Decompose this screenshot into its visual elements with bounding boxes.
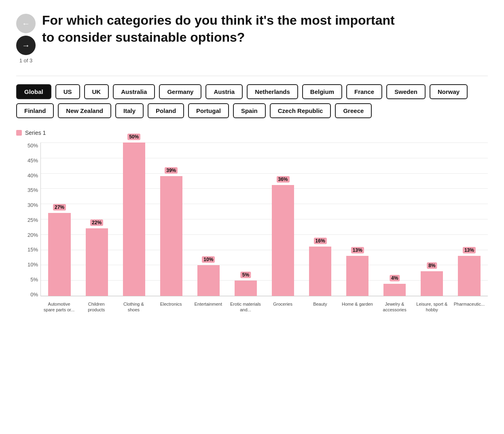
- bar-group: 8%: [413, 143, 451, 296]
- bar-group: 39%: [152, 143, 190, 296]
- filter-buttons: GlobalUSUKAustraliaGermanyAustriaNetherl…: [16, 76, 488, 118]
- legend-color-dot: [16, 130, 22, 136]
- bar-value-label: 8%: [427, 262, 437, 269]
- bar: 4%: [383, 284, 406, 296]
- x-labels: Automotive spare parts or...Children pro…: [40, 298, 488, 313]
- bar-value-label: 13%: [463, 247, 476, 253]
- y-tick: 45%: [28, 157, 38, 164]
- filter-btn-australia[interactable]: Australia: [113, 84, 155, 99]
- filter-btn-sweden[interactable]: Sweden: [386, 84, 426, 99]
- x-axis-label: Groceries: [273, 301, 292, 313]
- x-axis-label: Erotic materials and...: [229, 301, 262, 313]
- y-tick: 30%: [28, 202, 38, 208]
- bar-value-label: 36%: [276, 176, 289, 183]
- filter-btn-spain[interactable]: Spain: [233, 103, 266, 118]
- bar: 16%: [309, 247, 331, 296]
- x-axis-label: Clothing & shoes: [117, 301, 150, 313]
- bar-group: 13%: [339, 143, 376, 296]
- bar-value-label: 5%: [241, 272, 251, 278]
- y-tick: 25%: [28, 217, 38, 223]
- y-tick: 0%: [30, 291, 38, 298]
- filter-btn-greece[interactable]: Greece: [335, 103, 372, 118]
- filter-btn-germany[interactable]: Germany: [159, 84, 201, 99]
- bar: 22%: [86, 228, 108, 296]
- x-axis-label: Children products: [80, 301, 112, 313]
- filter-btn-global[interactable]: Global: [16, 84, 51, 99]
- back-arrow-icon: ←: [22, 19, 30, 28]
- filter-btn-austria[interactable]: Austria: [205, 84, 243, 99]
- bar: 36%: [272, 185, 294, 296]
- x-axis-label: Leisure, sport & hobby: [416, 301, 448, 313]
- filter-btn-poland[interactable]: Poland: [148, 103, 184, 118]
- x-axis-label: Electronics: [160, 301, 182, 313]
- bar-value-label: 39%: [165, 167, 178, 174]
- bar: 10%: [197, 265, 220, 296]
- bar: 13%: [346, 256, 368, 296]
- y-tick: 5%: [30, 277, 38, 283]
- bar: 39%: [160, 176, 182, 296]
- bar-value-label: 16%: [314, 238, 327, 244]
- bar: 5%: [235, 281, 257, 296]
- bars-group: 27%22%50%39%10%5%36%16%13%4%8%13%: [41, 143, 488, 296]
- bar-group: 27%: [41, 143, 78, 296]
- filter-btn-italy[interactable]: Italy: [115, 103, 144, 118]
- chart-plot-area: 27%22%50%39%10%5%36%16%13%4%8%13%: [40, 143, 488, 296]
- filter-btn-czech-republic[interactable]: Czech Republic: [270, 103, 331, 118]
- chart-container: 50%45%40%35%30%25%20%15%10%5%0% 27%22%50…: [40, 143, 488, 313]
- forward-arrow-icon: →: [22, 41, 30, 50]
- y-tick: 10%: [28, 262, 38, 268]
- legend-label: Series 1: [25, 130, 46, 136]
- filter-btn-new-zealand[interactable]: New Zealand: [58, 103, 111, 118]
- bar: 50%: [123, 143, 145, 296]
- bar-value-label: 22%: [90, 219, 103, 226]
- page-header: ← → 1 of 3 For which categories do you t…: [16, 12, 488, 64]
- y-tick: 40%: [28, 172, 38, 179]
- forward-button[interactable]: →: [16, 36, 36, 55]
- y-axis: 50%45%40%35%30%25%20%15%10%5%0%: [17, 143, 38, 298]
- bar-group: 50%: [115, 143, 152, 296]
- chart-inner: 50%45%40%35%30%25%20%15%10%5%0% 27%22%50…: [40, 143, 488, 313]
- x-axis-label: Beauty: [313, 301, 327, 313]
- bar-value-label: 13%: [351, 247, 364, 253]
- y-tick: 20%: [28, 232, 38, 238]
- bar-value-label: 4%: [390, 275, 400, 281]
- bar-value-label: 50%: [127, 134, 140, 140]
- filter-btn-portugal[interactable]: Portugal: [188, 103, 229, 118]
- bar-group: 36%: [264, 143, 301, 296]
- y-tick: 15%: [28, 247, 38, 253]
- bar-value-label: 10%: [202, 256, 215, 263]
- x-axis-label: Pharmaceutic...: [454, 301, 485, 313]
- x-axis-label: Automotive spare parts or...: [43, 301, 75, 313]
- bar-group: 10%: [190, 143, 227, 296]
- bar-group: 22%: [78, 143, 115, 296]
- back-button[interactable]: ←: [16, 14, 36, 33]
- bar-group: 5%: [227, 143, 264, 296]
- page-counter: 1 of 3: [19, 57, 33, 64]
- bar: 27%: [48, 213, 70, 296]
- filter-btn-us[interactable]: US: [55, 84, 80, 99]
- filter-btn-norway[interactable]: Norway: [430, 84, 468, 99]
- question-title: For which categories do you think it's t…: [42, 12, 406, 46]
- filter-btn-finland[interactable]: Finland: [16, 103, 54, 118]
- bar-group: 13%: [451, 143, 488, 296]
- nav-controls: ← → 1 of 3: [16, 14, 36, 64]
- bar-value-label: 27%: [53, 204, 66, 211]
- bar: 13%: [458, 256, 480, 296]
- chart-legend: Series 1: [16, 130, 488, 136]
- y-tick: 35%: [28, 187, 38, 193]
- x-axis-label: Entertainment: [195, 301, 222, 313]
- x-axis-label: Home & garden: [342, 301, 373, 313]
- filter-btn-france[interactable]: France: [346, 84, 382, 99]
- bar-group: 4%: [376, 143, 413, 296]
- x-axis-label: Jewelry & accessories: [379, 301, 411, 313]
- filter-btn-belgium[interactable]: Belgium: [302, 84, 342, 99]
- filter-btn-netherlands[interactable]: Netherlands: [247, 84, 298, 99]
- bar-group: 16%: [302, 143, 339, 296]
- y-tick: 50%: [28, 143, 38, 149]
- bar: 8%: [421, 271, 443, 296]
- filter-btn-uk[interactable]: UK: [84, 84, 109, 99]
